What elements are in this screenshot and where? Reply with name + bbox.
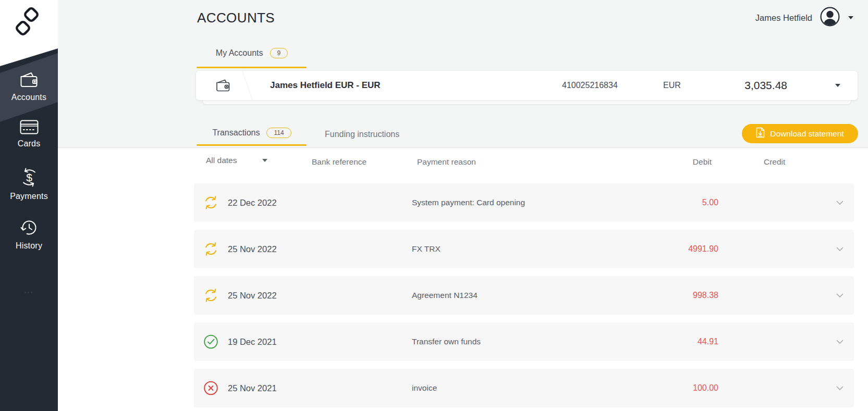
row-expand-chevron-icon[interactable] — [836, 383, 843, 393]
date-filter-dropdown[interactable]: All dates — [206, 156, 267, 165]
transaction-row[interactable]: 25 Nov 2022 FX TRX 4991.90 — [194, 230, 854, 268]
transaction-date: 25 Nov 2021 — [228, 383, 277, 393]
transaction-row[interactable]: 22 Dec 2022 System payment: Card opening… — [194, 183, 854, 222]
transaction-payment-reason: FX TRX — [412, 244, 441, 254]
transaction-debit-amount: 998.38 — [693, 291, 718, 300]
pending-sync-icon — [203, 288, 218, 303]
active-tab-underline — [197, 67, 307, 68]
row-expand-chevron-icon[interactable] — [836, 337, 843, 346]
tab-transactions-label: Transactions — [212, 128, 260, 138]
transaction-row[interactable]: 25 Nov 2022 Agreement N1234 998.38 — [194, 276, 854, 315]
account-wallet-icon — [216, 79, 230, 94]
sidebar-item-accounts[interactable]: Accounts — [0, 71, 58, 102]
svg-text:$: $ — [26, 171, 32, 183]
tab-my-accounts-label: My Accounts — [216, 48, 263, 58]
download-statement-label: Download statement — [770, 129, 843, 139]
tab-my-accounts[interactable]: My Accounts 9 — [197, 48, 307, 58]
active-tab-underline — [197, 144, 307, 146]
clock-history-icon — [0, 219, 58, 239]
sidebar-item-payments[interactable]: $ Payments — [0, 168, 58, 201]
download-statement-button[interactable]: Download statement — [742, 124, 858, 143]
account-currency: EUR — [663, 71, 681, 100]
column-header-bank-reference: Bank reference — [312, 157, 366, 167]
transaction-payment-reason: Transfer own funds — [412, 337, 481, 346]
column-header-payment-reason: Payment reason — [417, 157, 476, 167]
transaction-payment-reason: invoice — [412, 383, 437, 393]
avatar[interactable] — [820, 7, 840, 29]
page-title: ACCOUNTS — [197, 9, 275, 27]
user-menu[interactable]: James Hetfield — [755, 7, 853, 29]
transaction-payment-reason: Agreement N1234 — [412, 291, 478, 300]
account-row[interactable]: James Hetfield EUR - EUR 410025216834 EU… — [196, 71, 858, 100]
account-card-stack-edge — [202, 100, 851, 105]
transaction-debit-amount: 44.91 — [698, 337, 718, 346]
transaction-date: 25 Nov 2022 — [228, 244, 277, 254]
sidebar-item-cards[interactable]: Cards — [0, 120, 58, 148]
row-expand-chevron-icon[interactable] — [836, 244, 843, 254]
row-expand-chevron-icon[interactable] — [836, 198, 843, 207]
brand-logo-icon — [15, 6, 40, 41]
credit-card-icon — [0, 120, 58, 136]
transaction-date: 22 Dec 2022 — [228, 198, 277, 208]
transaction-debit-amount: 100.00 — [693, 383, 718, 393]
transactions-count-badge: 114 — [266, 128, 291, 138]
success-check-icon — [203, 334, 218, 350]
card-diagonal-divider — [242, 70, 253, 101]
tab-transactions[interactable]: Transactions 114 — [197, 128, 307, 138]
pending-sync-icon — [203, 195, 218, 210]
sidebar-item-label: History — [0, 241, 58, 251]
tab-funding-instructions[interactable]: Funding instructions — [325, 130, 399, 139]
sidebar-faint-mark: ••• — [0, 289, 58, 295]
failed-cross-icon — [203, 381, 218, 396]
user-menu-chevron-icon — [848, 16, 853, 19]
date-filter-value: All dates — [206, 156, 237, 165]
currency-exchange-icon: $ — [0, 168, 58, 189]
download-file-icon — [756, 127, 765, 140]
row-expand-chevron-icon[interactable] — [836, 291, 843, 300]
transaction-row[interactable]: 19 Dec 2021 Transfer own funds 44.91 — [194, 322, 854, 361]
account-name: James Hetfield EUR - EUR — [270, 71, 381, 100]
account-number: 410025216834 — [562, 71, 618, 100]
my-accounts-count-badge: 9 — [270, 48, 288, 58]
pending-sync-icon — [203, 242, 218, 257]
column-header-credit: Credit — [764, 157, 785, 167]
transaction-debit-amount: 5.00 — [702, 198, 718, 207]
column-header-debit: Debit — [693, 157, 712, 167]
transaction-date: 25 Nov 2022 — [228, 291, 277, 301]
transaction-date: 19 Dec 2021 — [228, 337, 277, 347]
date-filter-chevron-icon — [262, 159, 267, 162]
account-expand-chevron-icon[interactable] — [835, 84, 840, 87]
user-name: James Hetfield — [755, 13, 812, 23]
sidebar: Accounts Cards $ — [0, 0, 58, 411]
transaction-payment-reason: System payment: Card opening — [412, 198, 525, 207]
transaction-row[interactable]: 25 Nov 2021 invoice 100.00 — [194, 369, 854, 407]
sidebar-item-label: Accounts — [0, 93, 58, 102]
transaction-debit-amount: 4991.90 — [688, 244, 718, 254]
sidebar-item-label: Payments — [0, 192, 58, 201]
app-window: Accounts Cards $ — [0, 0, 868, 411]
account-balance: 3,035.48 — [744, 71, 787, 100]
sidebar-item-label: Cards — [0, 139, 58, 148]
wallet-icon — [0, 71, 58, 90]
sidebar-item-history[interactable]: History — [0, 219, 58, 251]
